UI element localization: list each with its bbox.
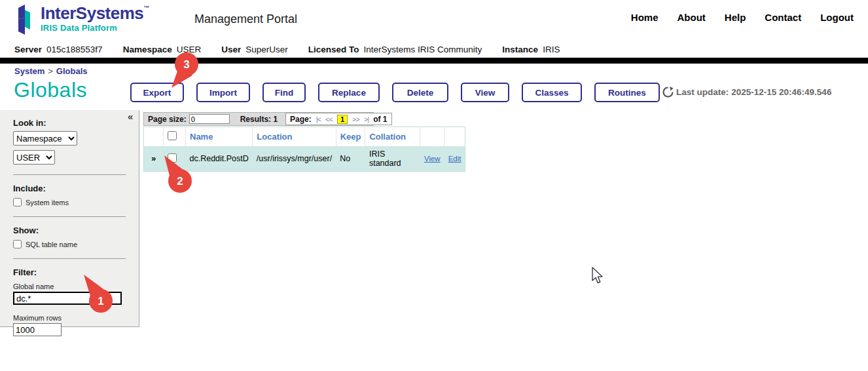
delete-button[interactable]: Delete bbox=[392, 83, 448, 102]
cell-collation: IRIS standard bbox=[365, 146, 420, 172]
cell-view-action: View bbox=[420, 146, 444, 172]
annotation-marker-3: 3 bbox=[166, 51, 204, 93]
last-update-value: 2025-12-15 20:46:49.546 bbox=[731, 87, 831, 97]
nav-about[interactable]: About bbox=[678, 12, 706, 23]
select-all-checkbox[interactable] bbox=[168, 131, 177, 140]
classes-button[interactable]: Classes bbox=[522, 83, 582, 102]
info-server: Server015c188553f7 bbox=[14, 45, 103, 54]
refresh-icon[interactable] bbox=[662, 87, 674, 98]
nav-help[interactable]: Help bbox=[725, 12, 746, 23]
table-header-row: Name Location Keep Collation bbox=[144, 127, 465, 147]
edit-link[interactable]: Edit bbox=[448, 155, 461, 163]
cell-location: /usr/irissys/mgr/user/ bbox=[253, 146, 336, 172]
pager-of-label: of 1 bbox=[373, 115, 387, 124]
results-bar: Page size: Results: 1 Page: |< << 1 >> >… bbox=[143, 112, 374, 126]
sidebar-divider bbox=[13, 216, 126, 217]
maximum-rows-input[interactable] bbox=[13, 323, 62, 336]
show-label: Show: bbox=[13, 225, 127, 235]
brand-tagline: IRIS Data Platform bbox=[41, 24, 149, 32]
portal-title: Management Portal bbox=[194, 12, 297, 26]
sql-table-name-label: SQL table name bbox=[26, 241, 77, 248]
annotation-marker-2: 2 bbox=[158, 153, 196, 195]
pager: Page: |< << 1 >> >| of 1 bbox=[285, 113, 391, 125]
import-button[interactable]: Import bbox=[196, 83, 250, 102]
column-location[interactable]: Location bbox=[253, 127, 336, 147]
system-items-option[interactable]: System items bbox=[13, 198, 127, 206]
column-keep[interactable]: Keep bbox=[336, 127, 365, 147]
sql-table-name-checkbox[interactable] bbox=[13, 240, 22, 248]
nav-logout[interactable]: Logout bbox=[820, 12, 854, 23]
pager-first-icon[interactable]: |< bbox=[316, 115, 321, 123]
results-count: Results: 1 bbox=[240, 115, 278, 124]
annotation-marker-1: 1 bbox=[79, 273, 117, 315]
toolbar: Export Import Find Replace Delete View C… bbox=[130, 83, 660, 102]
header-checkbox-cell bbox=[164, 127, 186, 147]
system-items-checkbox[interactable] bbox=[13, 198, 22, 206]
info-user: UserSuperUser bbox=[221, 45, 288, 54]
replace-button[interactable]: Replace bbox=[318, 83, 380, 102]
pager-prev-icon[interactable]: << bbox=[325, 115, 333, 123]
pager-current-page[interactable]: 1 bbox=[337, 115, 348, 124]
include-label: Include: bbox=[13, 184, 127, 193]
info-instance: InstanceIRIS bbox=[502, 45, 560, 54]
column-collation[interactable]: Collation bbox=[365, 127, 420, 147]
routines-button[interactable]: Routines bbox=[594, 83, 660, 102]
search-scope-select[interactable]: Namespace bbox=[13, 131, 77, 146]
namespace-select[interactable]: USER bbox=[13, 150, 55, 165]
pager-next-icon[interactable]: >> bbox=[352, 115, 359, 123]
column-name[interactable]: Name bbox=[186, 127, 253, 147]
breadcrumb-globals[interactable]: Globals bbox=[56, 66, 88, 76]
cell-edit-action: Edit bbox=[444, 146, 465, 172]
page-label: Page: bbox=[290, 115, 312, 124]
view-button[interactable]: View bbox=[461, 83, 509, 102]
system-items-label: System items bbox=[26, 199, 69, 206]
look-in-label: Look in: bbox=[13, 118, 127, 128]
info-licensed-to: Licensed ToInterSystems IRIS Community bbox=[308, 45, 482, 54]
page-title: Globals bbox=[14, 78, 87, 102]
annotation-3-number: 3 bbox=[183, 58, 189, 71]
page-size-input[interactable] bbox=[189, 114, 230, 124]
intersystems-logo: InterSystems™ IRIS Data Platform bbox=[16, 5, 149, 35]
annotation-1-number: 1 bbox=[98, 295, 103, 307]
column-edit-spacer bbox=[444, 127, 465, 147]
breadcrumb-system-link[interactable]: System bbox=[14, 66, 45, 76]
sidebar-divider bbox=[13, 174, 126, 175]
breadcrumb-separator: > bbox=[48, 66, 53, 76]
annotation-2-number: 2 bbox=[177, 175, 183, 187]
maximum-rows-label: Maximum rows bbox=[13, 314, 127, 322]
last-update: Last update: 2025-12-15 20:46:49.546 bbox=[662, 87, 831, 98]
nav-home[interactable]: Home bbox=[631, 12, 659, 23]
mouse-cursor bbox=[591, 267, 604, 285]
brand-name: InterSystems™ bbox=[41, 5, 149, 22]
view-link[interactable]: View bbox=[424, 155, 441, 163]
header-divider-bar bbox=[0, 58, 868, 64]
top-nav: Home About Help Contact Logout bbox=[631, 12, 854, 23]
last-update-label: Last update: bbox=[676, 87, 729, 97]
cell-keep: No bbox=[336, 146, 365, 172]
server-info-bar: Server015c188553f7 NamespaceUSER UserSup… bbox=[14, 45, 580, 54]
sidebar-divider bbox=[13, 258, 126, 259]
sidebar-collapse-chevron-icon[interactable]: « bbox=[128, 111, 133, 122]
management-portal-window: InterSystems™ IRIS Data Platform Managem… bbox=[0, 0, 868, 371]
page-size-label: Page size: bbox=[148, 115, 187, 124]
find-button[interactable]: Find bbox=[262, 83, 306, 102]
sql-table-name-option[interactable]: SQL table name bbox=[13, 240, 127, 248]
intersystems-logo-icon bbox=[16, 5, 35, 35]
pager-last-icon[interactable]: >| bbox=[364, 115, 369, 123]
column-view-spacer bbox=[420, 127, 444, 147]
search-sidebar: Look in: Namespace USER Include: System … bbox=[0, 110, 139, 327]
nav-contact[interactable]: Contact bbox=[765, 12, 801, 23]
breadcrumb: System>Globals bbox=[14, 66, 88, 76]
header-row-marker bbox=[144, 127, 164, 147]
